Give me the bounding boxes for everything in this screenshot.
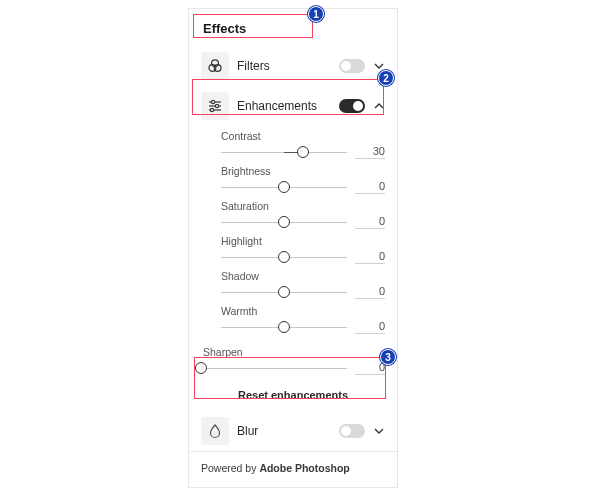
shadow-value[interactable]: 0 [355,285,385,299]
enhancements-toggle[interactable] [339,99,365,113]
brightness-value[interactable]: 0 [355,180,385,194]
effects-title: Effects [189,9,397,46]
filters-label: Filters [237,59,331,73]
warmth-value[interactable]: 0 [355,320,385,334]
highlight-slider[interactable] [221,250,347,264]
brightness-slider[interactable] [221,180,347,194]
sharpen-group: Sharpen 0 [189,342,397,381]
contrast-group: Contrast30 [221,130,385,159]
saturation-group: Saturation0 [221,200,385,229]
reset-enhancements-button[interactable]: Reset enhancements [189,381,397,411]
contrast-label: Contrast [221,130,385,142]
footer-prefix: Powered by [201,462,259,474]
sharpen-label: Sharpen [203,346,385,358]
blur-row[interactable]: Blur [189,411,397,451]
warmth-label: Warmth [221,305,385,317]
svg-point-4 [211,100,214,103]
saturation-slider[interactable] [221,215,347,229]
blur-label: Blur [237,424,331,438]
highlight-label: Highlight [221,235,385,247]
enhancements-icon [201,92,229,120]
brightness-label: Brightness [221,165,385,177]
enhancement-sliders: Contrast30Brightness0Saturation0Highligh… [189,126,397,342]
enhancements-row[interactable]: Enhancements [189,86,397,126]
sharpen-value[interactable]: 0 [355,361,385,375]
enhancements-label: Enhancements [237,99,331,113]
shadow-label: Shadow [221,270,385,282]
filters-toggle[interactable] [339,59,365,73]
footer-attribution: Powered by Adobe Photoshop [189,451,397,484]
contrast-value[interactable]: 30 [355,145,385,159]
sharpen-slider[interactable] [201,361,347,375]
saturation-value[interactable]: 0 [355,215,385,229]
saturation-label: Saturation [221,200,385,212]
footer-brand: Adobe Photoshop [259,462,349,474]
effects-panel: Effects Filters Enhancements Contrast30B… [188,8,398,488]
svg-point-6 [215,104,218,107]
filters-row[interactable]: Filters [189,46,397,86]
highlight-group: Highlight0 [221,235,385,264]
brightness-group: Brightness0 [221,165,385,194]
highlight-value[interactable]: 0 [355,250,385,264]
filters-icon [201,52,229,80]
warmth-group: Warmth0 [221,305,385,334]
warmth-slider[interactable] [221,320,347,334]
blur-chevron-down-icon[interactable] [373,425,385,437]
filters-chevron-down-icon[interactable] [373,60,385,72]
contrast-slider[interactable] [221,145,347,159]
shadow-slider[interactable] [221,285,347,299]
svg-point-8 [210,108,213,111]
shadow-group: Shadow0 [221,270,385,299]
blur-toggle[interactable] [339,424,365,438]
blur-icon [201,417,229,445]
enhancements-chevron-up-icon[interactable] [373,100,385,112]
